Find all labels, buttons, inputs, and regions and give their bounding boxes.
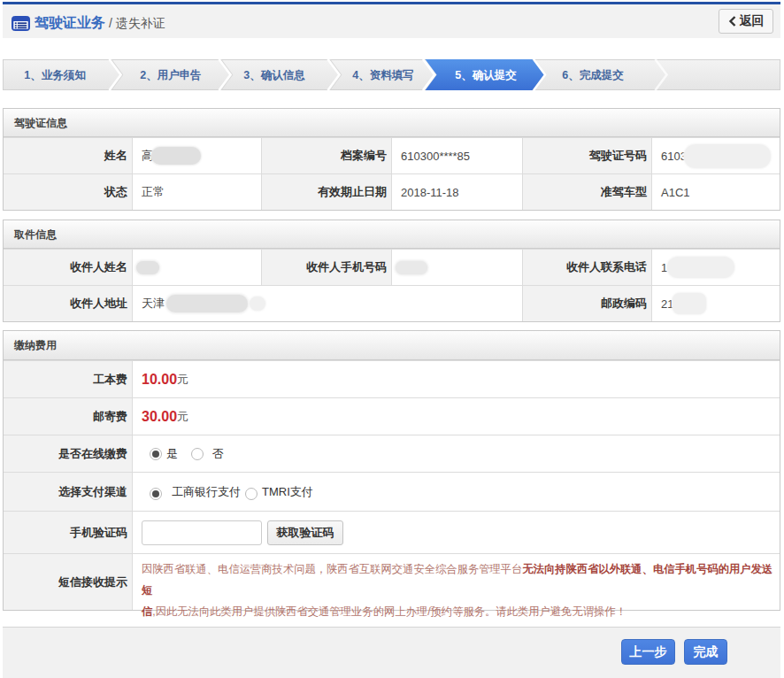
svg-text:3、确认信息: 3、确认信息 <box>243 69 305 81</box>
svg-text:6、完成提交: 6、完成提交 <box>562 69 624 81</box>
svg-text:4、资料填写: 4、资料填写 <box>352 69 413 81</box>
svg-text:1、业务须知: 1、业务须知 <box>24 69 85 81</box>
svg-text:2、用户申告: 2、用户申告 <box>140 69 201 81</box>
svg-text:5、确认提交: 5、确认提交 <box>455 69 517 81</box>
